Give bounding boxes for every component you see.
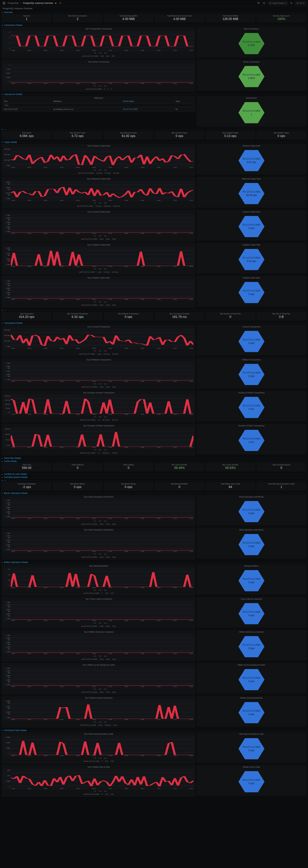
stat-card[interactable]: Total Memory Size for each Sort 4.00 MiB [155, 14, 205, 23]
hex-tile[interactable]: PG-127.0.0.1:5402 0 ms [239, 396, 265, 419]
chart-legend-row[interactable]: PG-127.0.0.1:5402 0 1.29 0.19 [3, 793, 194, 796]
hex-card[interactable]: Autovacuum PG-127.0.0.1:5402 1 [196, 96, 306, 127]
hex-card[interactable]: Deleted Tuples Rate PG-127.0.0.1:5402 0 … [196, 276, 306, 307]
chart-legend-row[interactable]: PG-127.0.0.1:5402 0 ops 0 ops 0 ops [3, 690, 194, 694]
hex-tile[interactable]: PG-127.0.0.1:5402 0.70% [239, 32, 265, 55]
chart-plot[interactable]: 1 ops0.750 ops0.500 ops0.250 ops0 ops 01… [3, 214, 194, 235]
chart-plot[interactable]: 60.00 ops40.00 ops20.00 ops0 ops 01:0002… [3, 181, 194, 202]
chart-legend-row[interactable]: PG-127.0.0.1:5402 0 ops 0.13 ops 0.02 op… [3, 271, 194, 274]
hex-tile[interactable]: PG-127.0.0.1:5402 0 ops [239, 569, 265, 592]
section-trans-details[interactable]: ▾ Transactions Details [0, 321, 308, 324]
stat-card[interactable]: Max Cache Hit Ratio 98.83% [206, 463, 255, 471]
chart-legend-row[interactable]: PG-127.0.0.1:5402 0 ops 0 ops 0 ops [3, 556, 194, 559]
hex-card[interactable]: Updated Tuples Rate PG-127.0.0.1:5402 0.… [196, 243, 306, 274]
th-svc[interactable]: Service Name [122, 100, 175, 103]
th-addr[interactable]: Addresses [52, 100, 122, 103]
section-cache-pre[interactable]: ▾ Cache Details [0, 460, 308, 463]
hex-card[interactable]: Duration of Active Transactions PG-127.0… [196, 391, 306, 422]
hex-card[interactable]: Max Connections PG-127.0.0.1:5402 0.70% [196, 27, 306, 58]
stat-card[interactable]: Max Commits Transactions 6.32 ops [53, 312, 103, 320]
stat-card[interactable]: Max Blocks Reads 0 ops [103, 482, 154, 491]
stat-card[interactable]: Max Allocated Buffers 0 [155, 482, 205, 491]
chart-legend-row[interactable]: PG-127.0.0.1:5402 2.00 2.00 2.00 [3, 55, 194, 58]
hex-card[interactable]: Written directly by a backend PG-127.0.0… [196, 630, 306, 661]
chart-card[interactable]: Top 5 PostgreSQL Connections 3210 01:000… [2, 27, 195, 59]
chart-plot[interactable]: 0.060 ops0.040 ops0.020 ops0 ops 01:0002… [3, 700, 194, 720]
hex-tile[interactable]: PG-127.0.0.1:5402 0 ops [239, 701, 265, 724]
chart-plot[interactable]: 1.51.00.50 01:0002:0003:0004:0005:0006:0… [3, 568, 194, 589]
hex-card[interactable]: Write Operations with Blocks PG-127.0.0.… [196, 528, 306, 559]
stat-card[interactable]: Max Blocks Writes 0 ops [53, 482, 103, 491]
hex-card[interactable]: Rollback Transactions PG-127.0.0.1:5402 … [196, 358, 306, 389]
chart-legend-row[interactable]: PG-127.0.0.1:5402 0 ops 0 ops 0 ops [3, 238, 194, 241]
section-canceled[interactable]: ▸ Canceled Queries Details [0, 476, 308, 479]
star-icon[interactable]: ★ [55, 2, 57, 4]
section-tuples[interactable]: ▾ — [0, 128, 308, 131]
chart-card[interactable]: Top 5 Fetched Tuples Rate 6.00 ops4.00 o… [2, 144, 195, 176]
section-overview[interactable]: ▾ Overview [0, 11, 308, 14]
chart-legend-row[interactable]: PG-127.0.0.1:5402 0 ops 0 ops 0 ops [3, 523, 194, 526]
hex-tile[interactable]: PG-127.0.0.1:5402 0 ops [239, 770, 265, 793]
section-buffers[interactable]: ▾ Buffers Operations Details [0, 561, 308, 564]
stat-card[interactable]: Services 1 [2, 14, 52, 23]
chart-plot[interactable]: 1 ops0.750 ops0.500 ops0.250 ops0 ops 01… [3, 633, 194, 654]
chart-card[interactable]: Top 5 Commit Transactions 6.00 ops4.00 o… [2, 324, 195, 356]
refresh-picker[interactable]: 1m ▾ [295, 1, 306, 5]
stat-card[interactable]: Max Returned Tuples 61.82 ops [103, 131, 154, 140]
hex-tile[interactable]: PG-127.0.0.1:5402 0 ops [239, 636, 265, 658]
hex-card[interactable]: Written during checkpoints PG-127.0.0.1:… [196, 696, 306, 727]
hex-tile[interactable]: PG-127.0.0.1:5402 0 ops [239, 215, 265, 238]
chart-legend-row[interactable]: PG-127.0.0.1:5402 0 1.33 0.04 [3, 592, 194, 595]
tv-icon[interactable] [262, 1, 266, 5]
stat-card[interactable]: Total Shared Buffers 128.00 MiB [206, 14, 255, 23]
stat-card[interactable]: Total Blocks Operations -2 ops [2, 482, 52, 491]
stat-card[interactable]: Total Tuples 9.06K ops [2, 131, 52, 140]
chart-plot[interactable]: 1.501.000.5000 01:0002:0003:0004:0005:00… [3, 769, 194, 789]
chart-card[interactable]: Top 5 Written Files to Disk 1.501.000.50… [2, 765, 195, 797]
hex-tile[interactable]: PG-127.0.0.1:5402 0 ops [239, 669, 265, 691]
chart-plot[interactable]: 1 ops0.750 ops0.500 ops0.250 ops0 ops 01… [3, 666, 194, 687]
section-trans[interactable]: ▾ — [0, 309, 308, 312]
chart-card[interactable]: Top 5 Deleted Tuples Rate 1 ops0.750 ops… [2, 276, 195, 308]
chart-plot[interactable]: 200 ms150 ms100 ms50 ms0 s 01:0002:0003:… [3, 395, 194, 415]
chart-card[interactable]: Top 5 Read Operations with Blocks 1 ops0… [2, 495, 195, 527]
chart-card[interactable]: Top 5 Written directly by a backend 1 op… [2, 630, 195, 662]
chart-card[interactable]: Top 5 Files Synchronization to disk 0.01… [2, 732, 195, 764]
chart-card[interactable]: Top 5 Duration of Active Transactions 20… [2, 391, 195, 423]
chart-plot[interactable]: 1 ops0.750 ops0.500 ops0.250 ops0 ops 01… [3, 601, 194, 621]
section-autov[interactable]: ▾ Autovacuum Details [0, 93, 308, 96]
stat-card[interactable]: Max Fetched Tuples 6.72 ops [53, 131, 103, 140]
hex-tile[interactable]: PG-127.0.0.1:5402 1 [239, 101, 265, 124]
chart-plot[interactable]: 0.0150.0100.0050 01:0002:0003:0004:0005:… [3, 736, 194, 756]
hex-card[interactable]: Active Connections PG-127.0.0.1:5402 1.0… [196, 60, 306, 91]
chart-card[interactable]: Top 5 Rollbacks Transactions 1 ops0.500 … [2, 358, 195, 390]
stat-card[interactable]: Max Transaction Duration 181.79 ms [155, 312, 205, 320]
chart-card[interactable]: Top 5 Active Connections 10.7500.5000.25… [2, 60, 195, 92]
chart-plot[interactable]: 1 ops0.750 ops0.500 ops0.250 ops0 ops 01… [3, 499, 194, 519]
time-picker[interactable]: Last 12 hours ▾ [268, 1, 288, 5]
chart-card[interactable]: Top 5 Returned Tuples Rate 60.00 ops40.0… [2, 177, 195, 209]
stat-card[interactable]: Services Autovacuum 100% [256, 14, 306, 23]
hex-tile[interactable]: PG-127.0.0.1:5402 0 ms [239, 429, 265, 452]
section-conn[interactable]: ▾ Connections Details [0, 24, 308, 27]
th-time[interactable]: Time [3, 100, 52, 103]
stat-card[interactable]: Total Transactions 414.20 ops [2, 312, 52, 320]
section-blocks[interactable]: ▾ — [0, 479, 308, 482]
hex-card[interactable]: Commit Transactions PG-127.0.0.1:5402 0 … [196, 324, 306, 355]
stat-card[interactable]: Total Locks 596.00 [2, 463, 52, 471]
stat-card[interactable]: Total Conflicts 0 [103, 463, 154, 471]
chart-card[interactable]: Top 5 Updated Tuples Rate 0.150 ops0.100… [2, 243, 195, 275]
filter-icon[interactable] [257, 1, 260, 5]
table-row[interactable]: 2021-02-04 13:00 dg-dn09bgo.antmicro.com… [3, 107, 194, 111]
chart-card[interactable]: Top 5 Written during checkpoints 0.060 o… [2, 696, 195, 728]
chart-legend-row[interactable]: PG-127.0.0.1:5402 0 ops 0 ops 0 ops [3, 304, 194, 307]
hex-tile[interactable]: PG-127.0.0.1:5402 0.02 ops [239, 248, 265, 271]
section-checkpoint[interactable]: ▾ Checkpoint Stats Details [0, 729, 308, 732]
hex-tile[interactable]: PG-127.0.0.1:5402 0 ops [239, 330, 265, 353]
hex-tile[interactable]: PG-127.0.0.1:5402 0 ops [239, 533, 265, 556]
chart-plot[interactable]: 1 ops0.500 ops0 ops-0.500 ops-1 ops 01:0… [3, 362, 194, 382]
hex-tile[interactable]: PG-127.0.0.1:5402 36.35 ops [239, 182, 265, 205]
section-blocks-details[interactable]: ▾ Blocks Operations Details [0, 492, 308, 495]
chart-plot[interactable]: 1 ops0.750 ops0.500 ops0.250 ops0 ops 01… [3, 532, 194, 552]
chart-legend-row[interactable]: PG-127.0.0.1:5402 0 s 181.79 ms 6.07 ms [3, 418, 194, 422]
